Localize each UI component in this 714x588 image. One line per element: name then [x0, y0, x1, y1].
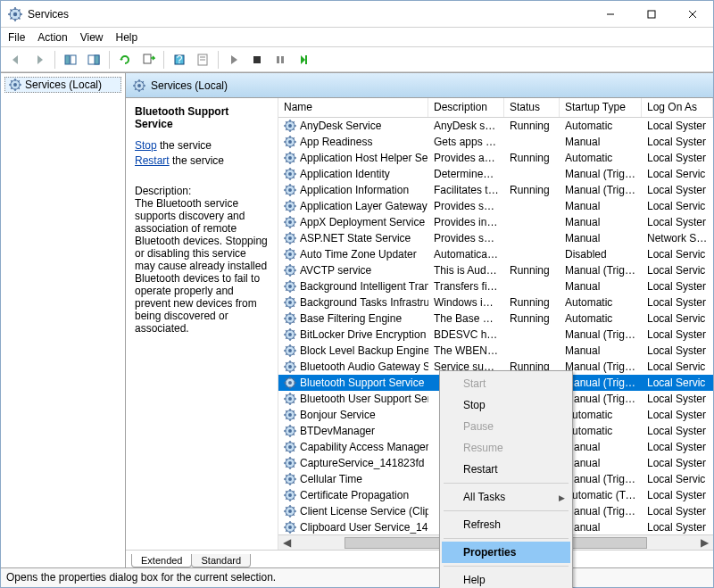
table-row[interactable]: Application IdentityDetermines ...Manual… — [278, 166, 713, 182]
tab-standard[interactable]: Standard — [191, 554, 251, 567]
tab-extended[interactable]: Extended — [131, 554, 192, 567]
service-icon — [284, 457, 296, 469]
table-row[interactable]: App ReadinessGets apps re...ManualLocal … — [278, 134, 713, 150]
toolbar: ? — [1, 47, 713, 72]
stop-service-button[interactable] — [247, 50, 267, 70]
col-startup-type[interactable]: Startup Type — [560, 98, 642, 117]
svg-rect-26 — [281, 56, 284, 63]
table-row[interactable]: AnyDesk ServiceAnyDesk su...RunningAutom… — [278, 118, 713, 134]
col-description[interactable]: Description — [428, 98, 504, 117]
services-icon — [8, 7, 22, 21]
svg-rect-24 — [253, 56, 261, 63]
export-button[interactable] — [138, 50, 158, 70]
maximize-button[interactable] — [631, 1, 672, 28]
selected-service-name: Bluetooth Support Service — [135, 105, 269, 130]
chevron-right-icon: ▶ — [559, 493, 565, 502]
services-icon — [9, 79, 21, 91]
service-icon — [284, 152, 296, 164]
window-title: Services — [28, 8, 590, 21]
table-row[interactable]: Application InformationFacilitates th...… — [278, 182, 713, 198]
table-row[interactable]: Auto Time Zone UpdaterAutomaticall...Dis… — [278, 246, 713, 262]
ctx-pause: Pause — [442, 416, 570, 437]
svg-rect-18 — [144, 54, 151, 63]
menu-action[interactable]: Action — [37, 31, 67, 44]
menu-help[interactable]: Help — [116, 31, 138, 44]
back-button[interactable] — [6, 50, 26, 70]
pause-service-button[interactable] — [270, 50, 290, 70]
ctx-properties[interactable]: Properties — [442, 542, 570, 563]
service-icon — [284, 409, 296, 421]
detail-pane: Bluetooth Support Service Stop the servi… — [126, 98, 278, 550]
col-status[interactable]: Status — [504, 98, 560, 117]
description-label: Description: — [135, 185, 269, 197]
table-row[interactable]: Application Host Helper Serv...Provides … — [278, 150, 713, 166]
service-icon — [284, 232, 296, 244]
service-icon — [284, 216, 296, 228]
close-button[interactable] — [672, 1, 713, 28]
services-window: Services File Action View Help ? Service — [0, 0, 714, 588]
content-header: Services (Local) — [126, 73, 713, 98]
service-icon — [284, 473, 296, 485]
service-icon — [284, 344, 296, 357]
restart-service-button[interactable] — [294, 50, 313, 70]
services-icon — [133, 79, 145, 92]
navigation-pane: Services (Local) — [1, 73, 126, 567]
table-row[interactable]: AVCTP serviceThis is Audio...RunningManu… — [278, 262, 713, 278]
forward-button[interactable] — [29, 50, 49, 70]
table-row[interactable]: ASP.NET State ServiceProvides sup...Manu… — [278, 230, 713, 246]
restart-link[interactable]: Restart — [135, 154, 170, 167]
svg-rect-27 — [305, 55, 307, 64]
svg-rect-15 — [71, 55, 76, 64]
svg-rect-25 — [277, 56, 279, 63]
view-tabs: Extended Standard — [126, 550, 713, 567]
service-icon — [284, 184, 296, 196]
context-menu: Start Stop Pause Resume Restart All Task… — [439, 370, 573, 588]
ctx-start: Start — [442, 373, 570, 394]
show-hide-action-button[interactable] — [84, 50, 104, 70]
table-row[interactable]: Background Intelligent Tran...Transfers … — [278, 278, 713, 294]
nav-services-local[interactable]: Services (Local) — [4, 77, 121, 93]
scroll-right-icon[interactable]: ▶ — [698, 536, 711, 549]
properties-button[interactable] — [193, 50, 212, 70]
table-row[interactable]: BitLocker Drive Encryption S...BDESVC ho… — [278, 327, 713, 343]
service-icon — [284, 280, 296, 293]
service-icon — [284, 312, 296, 325]
title-bar[interactable]: Services — [1, 1, 713, 28]
description-body: The Bluetooth service supports discovery… — [135, 197, 269, 335]
column-headers: Name Description Status Startup Type Log… — [278, 98, 713, 118]
service-icon — [284, 136, 296, 148]
ctx-resume: Resume — [442, 437, 570, 459]
table-row[interactable]: AppX Deployment Service (A...Provides in… — [278, 214, 713, 230]
menu-file[interactable]: File — [8, 31, 25, 44]
svg-text:?: ? — [177, 54, 183, 66]
status-bar: Opens the properties dialog box for the … — [1, 567, 713, 587]
nav-label: Services (Local) — [25, 79, 102, 91]
table-row[interactable]: Application Layer Gateway S...Provides s… — [278, 198, 713, 214]
svg-rect-17 — [95, 55, 99, 64]
col-name[interactable]: Name — [278, 98, 428, 117]
service-icon — [284, 441, 296, 453]
service-icon — [284, 120, 296, 132]
ctx-stop[interactable]: Stop — [442, 394, 570, 416]
help-button[interactable]: ? — [170, 50, 189, 70]
refresh-button[interactable] — [115, 50, 135, 70]
ctx-refresh[interactable]: Refresh — [442, 514, 570, 535]
ctx-restart[interactable]: Restart — [442, 459, 570, 480]
table-row[interactable]: Background Tasks Infrastruc...Windows in… — [278, 294, 713, 311]
scroll-left-icon[interactable]: ◀ — [280, 536, 294, 549]
menu-view[interactable]: View — [80, 31, 104, 44]
stop-link[interactable]: Stop — [135, 139, 157, 152]
table-row[interactable]: Block Level Backup Engine S...The WBENGI… — [278, 343, 713, 359]
table-row[interactable]: Base Filtering EngineThe Base Filt...Run… — [278, 311, 713, 327]
content-header-label: Services (Local) — [151, 79, 228, 92]
minimize-button[interactable] — [590, 1, 631, 28]
service-icon — [284, 425, 296, 437]
show-hide-tree-button[interactable] — [61, 50, 80, 70]
service-icon — [284, 360, 296, 373]
ctx-help[interactable]: Help — [442, 569, 570, 588]
menu-bar: File Action View Help — [1, 28, 713, 47]
ctx-all-tasks[interactable]: All Tasks▶ — [442, 486, 570, 508]
service-icon — [284, 296, 296, 309]
col-log-on-as[interactable]: Log On As — [642, 98, 713, 117]
start-service-button[interactable] — [224, 50, 244, 70]
